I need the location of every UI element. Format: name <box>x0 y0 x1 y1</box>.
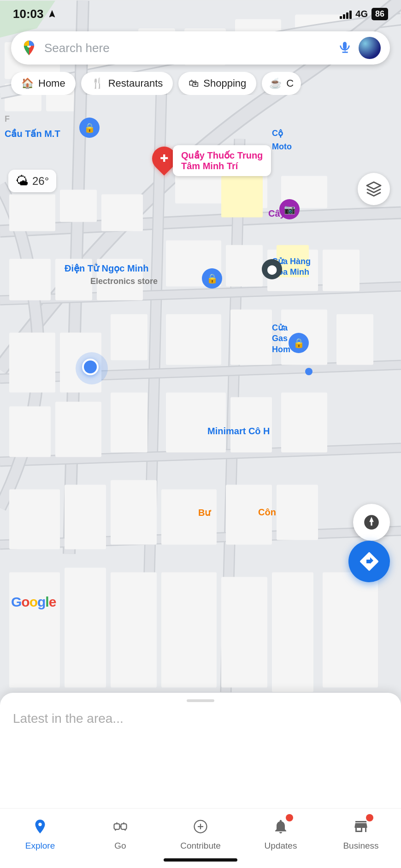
google-maps-logo <box>20 39 38 57</box>
time-display: 10:03 <box>13 7 44 21</box>
map-text-gas: Gas <box>272 334 288 343</box>
pill-home[interactable]: 🏠 Home <box>11 72 76 95</box>
status-bar: 10:03 4G 86 <box>0 0 401 28</box>
svg-rect-51 <box>114 824 120 829</box>
shopping-pin-2[interactable]: 🔒 <box>289 333 309 353</box>
svg-rect-32 <box>166 393 226 453</box>
business-badge <box>366 814 373 821</box>
map-text-f: F <box>5 114 10 124</box>
search-placeholder: Search here <box>44 41 331 55</box>
svg-rect-37 <box>111 480 157 545</box>
svg-rect-15 <box>9 259 51 301</box>
svg-rect-30 <box>55 402 101 457</box>
map-text-cau-tan: Cầu Tấn M.T <box>5 128 60 139</box>
directions-icon <box>358 550 380 573</box>
svg-rect-26 <box>230 310 272 365</box>
business-icon <box>353 818 369 835</box>
updates-badge <box>286 814 293 821</box>
compass-icon <box>363 514 380 531</box>
electronics-pin[interactable]: 🔒 <box>202 268 222 289</box>
map-text-home: Hom <box>272 345 290 354</box>
home-indicator <box>164 858 237 862</box>
signal-bars <box>340 9 352 19</box>
svg-rect-33 <box>230 397 272 453</box>
map-text-bu: Bư <box>198 507 211 518</box>
svg-rect-21 <box>323 250 360 291</box>
contribute-icon <box>192 818 209 835</box>
svg-rect-19 <box>226 245 263 287</box>
category-pills: 🏠 Home 🍴 Restaurants 🛍 Shopping ☕ C <box>0 72 401 95</box>
map-text-minimart: Minimart Cô H <box>207 426 270 437</box>
nav-item-business[interactable]: Business <box>321 815 401 851</box>
go-icon <box>112 818 129 835</box>
pharmacy-label[interactable]: Quầy Thuốc Trung Tâm Minh Trí <box>173 145 271 176</box>
svg-rect-10 <box>60 190 97 222</box>
map-text-con: Côn <box>258 507 276 518</box>
temperature: 26° <box>32 175 49 188</box>
network-indicator: 4G <box>355 9 368 19</box>
svg-rect-41 <box>9 573 60 688</box>
svg-rect-44 <box>161 573 217 688</box>
svg-rect-29 <box>9 407 51 457</box>
nav-item-go[interactable]: Go <box>80 815 160 851</box>
microphone-icon[interactable] <box>337 41 352 55</box>
user-avatar[interactable] <box>359 37 381 59</box>
map-text-cua-gas: Cửa <box>272 323 288 333</box>
svg-rect-36 <box>65 485 106 549</box>
contribute-label: Contribute <box>180 841 221 851</box>
svg-rect-46 <box>272 573 313 692</box>
updates-label: Updates <box>265 841 297 851</box>
status-right: 4G 86 <box>340 8 388 20</box>
nav-item-contribute[interactable]: Contribute <box>160 815 241 851</box>
svg-rect-9 <box>9 195 55 231</box>
business-label: Business <box>343 841 378 851</box>
svg-rect-47 <box>323 573 378 688</box>
svg-rect-43 <box>111 573 157 688</box>
explore-label: Explore <box>25 841 55 851</box>
map-text-moto: Moto <box>272 142 292 152</box>
map-text-electronics: Electronics store <box>90 277 158 286</box>
pill-coffee[interactable]: ☕ C <box>262 72 301 95</box>
search-bar[interactable]: Search here <box>11 31 390 65</box>
svg-rect-34 <box>281 393 327 453</box>
updates-icon <box>272 818 289 835</box>
pill-shopping[interactable]: 🛍 Shopping <box>178 72 256 95</box>
map-text-co: Cộ <box>272 128 283 138</box>
svg-rect-45 <box>221 577 267 688</box>
location-arrow-icon <box>47 9 57 18</box>
user-location <box>82 359 99 375</box>
secondary-location <box>305 368 313 375</box>
layer-toggle-button[interactable] <box>358 173 390 205</box>
google-logo: Google <box>11 594 56 610</box>
svg-rect-28 <box>336 314 373 365</box>
svg-rect-35 <box>9 490 60 549</box>
pill-restaurants[interactable]: 🍴 Restaurants <box>81 72 173 95</box>
nav-item-explore[interactable]: Explore <box>0 815 80 851</box>
svg-rect-11 <box>101 195 143 231</box>
latest-title: Latest in the area... <box>0 702 401 731</box>
battery-indicator: 86 <box>372 8 388 20</box>
svg-rect-52 <box>121 824 127 829</box>
weather-icon: 🌤 <box>16 173 29 189</box>
directions-fab[interactable] <box>348 541 390 582</box>
nav-item-updates[interactable]: Updates <box>241 815 321 851</box>
svg-rect-24 <box>111 314 147 360</box>
map-text-dien-tu: Điện Tử Ngọc Minh <box>65 263 149 274</box>
camera-pin[interactable]: 📷 <box>279 199 300 219</box>
explore-icon <box>32 818 48 835</box>
svg-rect-42 <box>65 568 106 688</box>
map-svg <box>0 0 401 716</box>
svg-rect-22 <box>9 333 55 393</box>
store-pin[interactable]: ⬤ <box>262 259 282 279</box>
go-label: Go <box>114 841 126 851</box>
svg-rect-48 <box>221 176 263 218</box>
svg-rect-40 <box>277 485 318 540</box>
layers-icon <box>366 181 382 197</box>
svg-rect-25 <box>166 314 221 365</box>
map-area[interactable]: 🌤 26° 🔒 ✚ Quầy Thuốc Trung Tâm Minh Trí … <box>0 0 401 716</box>
weather-widget: 🌤 26° <box>8 170 56 192</box>
svg-rect-31 <box>111 393 147 453</box>
shopping-pin-1[interactable]: 🔒 <box>79 118 100 138</box>
status-time: 10:03 <box>13 7 57 21</box>
compass-button[interactable] <box>353 504 390 541</box>
